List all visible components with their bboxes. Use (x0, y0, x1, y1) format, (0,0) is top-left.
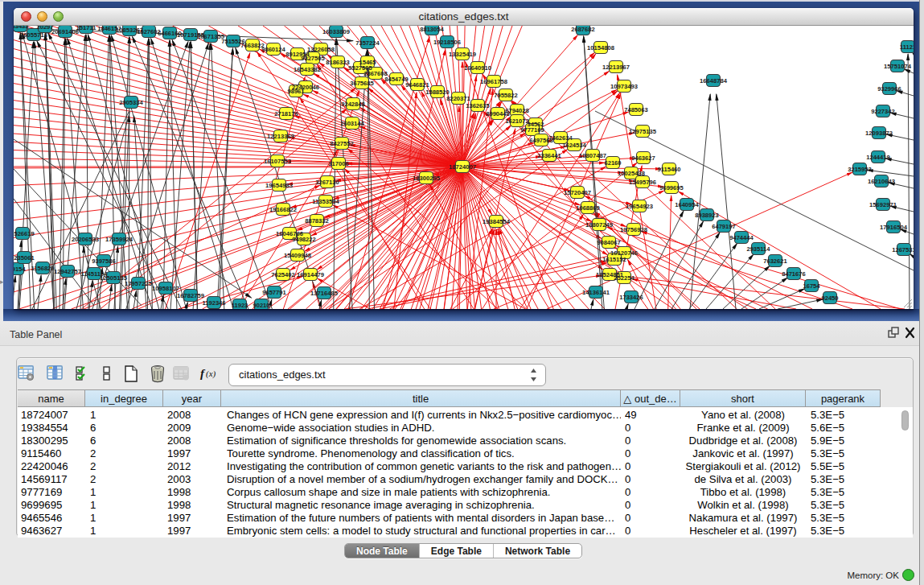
svg-text:9657791: 9657791 (262, 289, 286, 296)
svg-text:9327505: 9327505 (301, 55, 325, 62)
svg-text:1362635: 1362635 (466, 102, 490, 109)
svg-text:13716485: 13716485 (310, 290, 339, 297)
svg-text:9474444: 9474444 (729, 234, 754, 241)
svg-text:7462634: 7462634 (548, 134, 573, 142)
svg-text:1068869: 1068869 (576, 204, 600, 212)
svg-text:20691406: 20691406 (51, 28, 79, 35)
svg-text:(x): (x) (206, 369, 216, 379)
svg-text:19166822: 19166822 (269, 206, 297, 213)
svg-text:1244419: 1244419 (866, 154, 890, 161)
svg-text:9242848: 9242848 (341, 101, 365, 108)
svg-text:9646821: 9646821 (405, 81, 429, 89)
svg-text:16055713: 16055713 (20, 31, 47, 39)
svg-text:12213967: 12213967 (602, 64, 630, 71)
svg-text:19654983: 19654983 (265, 182, 293, 189)
svg-text:16210643: 16210643 (868, 178, 895, 185)
svg-text:252254: 252254 (614, 274, 634, 282)
svg-text:16107553: 16107553 (264, 158, 291, 165)
svg-text:12942757: 12942757 (54, 268, 81, 275)
svg-text:1640954: 1640954 (675, 201, 699, 208)
svg-text:9084067: 9084067 (597, 239, 621, 246)
svg-text:17957225: 17957225 (125, 280, 153, 287)
svg-text:19654923: 19654923 (626, 203, 653, 210)
svg-text:8471676: 8471676 (782, 270, 806, 278)
svg-text:98961: 98961 (287, 88, 305, 95)
svg-text:3267130: 3267130 (315, 179, 339, 186)
svg-text:8878332: 8878332 (305, 217, 329, 225)
svg-text:8220371: 8220371 (446, 95, 470, 102)
svg-text:13226058: 13226058 (307, 46, 335, 53)
svg-text:1733426: 1733426 (619, 294, 643, 301)
svg-text:7632621: 7632621 (763, 257, 787, 265)
svg-text:7625402: 7625402 (271, 271, 295, 278)
svg-text:62160: 62160 (604, 159, 621, 167)
svg-text:8813054: 8813054 (420, 26, 444, 33)
svg-text:1615152: 1615152 (602, 256, 626, 263)
svg-text:151711: 151711 (76, 26, 97, 31)
svg-text:12213369: 12213369 (267, 133, 294, 140)
svg-text:8427552: 8427552 (330, 140, 354, 147)
svg-text:16961758: 16961758 (480, 78, 507, 85)
svg-text:7357224: 7357224 (355, 39, 380, 47)
svg-text:90210: 90210 (253, 302, 269, 309)
svg-text:9860124: 9860124 (261, 46, 285, 53)
svg-text:1621072: 1621072 (505, 117, 529, 125)
svg-text:19384554: 19384554 (483, 218, 511, 225)
svg-text:10154808: 10154808 (587, 44, 614, 51)
svg-text:2718176: 2718176 (274, 110, 298, 117)
svg-text:16648784: 16648784 (700, 77, 728, 84)
svg-text:15751074: 15751074 (884, 63, 912, 70)
svg-text:9463627: 9463627 (631, 154, 655, 162)
svg-text:9227342: 9227342 (871, 108, 895, 115)
svg-text:16640910: 16640910 (464, 64, 491, 72)
svg-text:11121: 11121 (900, 43, 914, 51)
svg-text:1156829: 1156829 (31, 265, 54, 272)
svg-text:16754: 16754 (803, 282, 820, 290)
svg-text:317006: 317006 (328, 160, 348, 167)
svg-text:6479197: 6479197 (712, 223, 736, 230)
svg-text:10807487: 10807487 (579, 152, 606, 159)
svg-text:19756928: 19756928 (620, 226, 647, 233)
svg-text:235061: 235061 (14, 254, 35, 262)
svg-text:9777169: 9777169 (520, 126, 544, 134)
svg-text:15495796: 15495796 (629, 179, 656, 186)
svg-text:92450: 92450 (821, 295, 838, 302)
svg-text:15692971: 15692971 (869, 201, 897, 208)
svg-text:3215953: 3215953 (848, 166, 872, 173)
svg-text:2935114: 2935114 (746, 245, 770, 253)
svg-text:16033809: 16033809 (322, 28, 350, 35)
svg-text:17916504: 17916504 (880, 224, 908, 231)
svg-text:7955822: 7955822 (494, 92, 518, 99)
svg-text:15409948: 15409948 (284, 252, 311, 259)
svg-text:10025438: 10025438 (618, 170, 645, 177)
svg-text:1267531: 1267531 (892, 246, 914, 253)
svg-text:16914479: 16914479 (297, 271, 324, 278)
svg-text:12505135: 12505135 (100, 274, 128, 282)
svg-text:2526619: 2526619 (14, 230, 35, 237)
svg-text:1192346: 1192346 (202, 299, 225, 307)
svg-text:12093872: 12093872 (865, 130, 893, 137)
svg-text:16782759: 16782759 (177, 292, 204, 299)
svg-text:18807249: 18807249 (585, 221, 613, 229)
svg-text:9699695: 9699695 (659, 184, 684, 192)
svg-text:10958107: 10958107 (152, 285, 179, 292)
svg-text:83433: 83433 (14, 26, 29, 30)
svg-text:10973493: 10973493 (610, 83, 638, 90)
svg-text:11353594: 11353594 (312, 198, 339, 205)
svg-text:9329966: 9329966 (877, 85, 901, 93)
svg-text:8938923: 8938923 (695, 212, 719, 219)
svg-text:18724007: 18724007 (449, 163, 476, 171)
svg-text:9115460: 9115460 (657, 166, 680, 173)
svg-text:19218506: 19218506 (433, 39, 461, 46)
svg-text:2687682: 2687682 (571, 26, 595, 33)
svg-text:2905334: 2905334 (119, 99, 143, 106)
svg-text:13325419: 13325419 (449, 51, 476, 58)
svg-text:14136141: 14136141 (582, 289, 610, 296)
svg-text:f: f (200, 367, 206, 380)
svg-text:15720407: 15720407 (564, 189, 591, 196)
svg-text:9397586: 9397586 (92, 257, 116, 265)
svg-text:6794028: 6794028 (505, 107, 529, 114)
svg-text:9498222: 9498222 (292, 236, 316, 243)
svg-text:17359924: 17359924 (105, 236, 133, 243)
svg-text:7485063: 7485063 (624, 106, 648, 113)
